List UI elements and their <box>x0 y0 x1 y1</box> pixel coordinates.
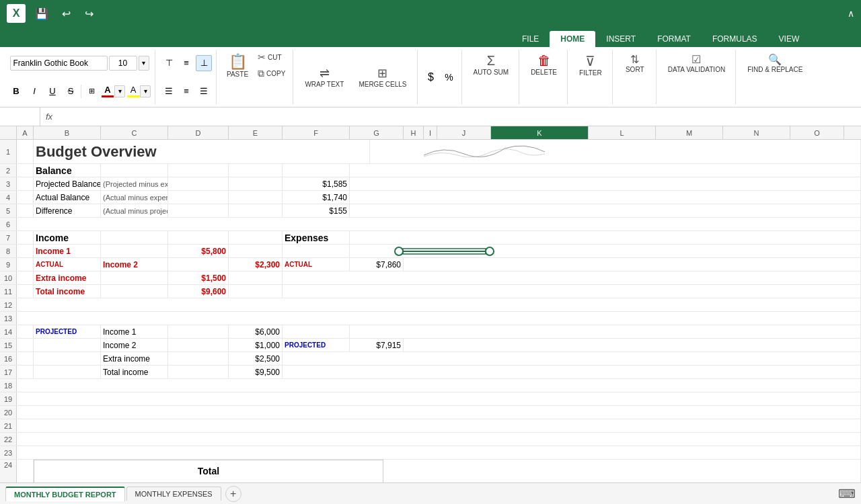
cell-b7[interactable]: Income <box>34 231 101 244</box>
cell-c3[interactable]: (Projected minus expenses) <box>101 177 168 190</box>
cell-b9-actual[interactable]: ACTUAL <box>34 258 101 271</box>
cell-rest-10[interactable] <box>283 271 861 284</box>
merge-cells-button[interactable]: ⊞ MERGE CELLS <box>352 62 412 91</box>
cell-b16[interactable] <box>34 352 101 365</box>
cell-e4[interactable] <box>229 191 283 204</box>
save-button[interactable]: 💾 <box>32 4 51 23</box>
col-header-k[interactable]: K <box>491 126 589 139</box>
cell-rest-14[interactable] <box>350 325 861 338</box>
col-header-m[interactable]: M <box>656 126 723 139</box>
cell-b15[interactable] <box>34 339 101 351</box>
cell-b11[interactable]: Total income <box>34 285 101 298</box>
percent-button[interactable]: % <box>441 69 457 85</box>
cell-e7[interactable] <box>229 231 283 244</box>
align-bottom-button[interactable]: ⊥ <box>196 55 212 71</box>
cell-c5[interactable]: (Actual minus projected) <box>101 204 168 217</box>
cell-c7[interactable] <box>101 231 168 244</box>
tab-file[interactable]: FILE <box>511 31 550 47</box>
cell-f3[interactable]: $1,585 <box>283 177 350 190</box>
cell-a9[interactable] <box>17 258 34 271</box>
col-header-i[interactable]: I <box>424 126 437 139</box>
cell-a7[interactable] <box>17 231 34 244</box>
cell-d9[interactable] <box>168 258 229 271</box>
cell-a5[interactable] <box>17 204 34 217</box>
italic-button[interactable]: I <box>26 83 42 99</box>
cell-a10[interactable] <box>17 271 34 284</box>
cell-c16[interactable]: Extra income <box>101 352 168 365</box>
cell-b2[interactable]: Balance <box>34 164 101 177</box>
tab-view[interactable]: VIEW <box>768 31 811 47</box>
keyboard-icon[interactable]: ⌨ <box>838 487 856 501</box>
col-header-c[interactable]: C <box>101 126 168 139</box>
cell-c10[interactable] <box>101 271 168 284</box>
sheet-tab-budget[interactable]: MONTHLY BUDGET REPORT <box>5 487 125 501</box>
cell-reference-box[interactable] <box>0 108 40 126</box>
cell-c11[interactable] <box>101 285 168 298</box>
cell-a3[interactable] <box>17 177 34 190</box>
cell-d16[interactable] <box>168 352 229 365</box>
cell-e9[interactable]: $2,300 <box>229 258 283 271</box>
cell-rest-17[interactable] <box>283 366 861 378</box>
cell-a15[interactable] <box>17 339 34 351</box>
tab-format[interactable]: FORMAT <box>646 31 702 47</box>
cell-e16[interactable]: $2,500 <box>229 352 283 365</box>
redo-button[interactable]: ↪ <box>81 5 97 22</box>
cell-f2[interactable] <box>283 164 350 177</box>
copy-button[interactable]: ⧉ COPY <box>254 66 289 81</box>
bold-button[interactable]: B <box>8 83 24 99</box>
cell-g9[interactable]: $7,860 <box>350 258 404 271</box>
cell-rest-11[interactable] <box>283 285 861 298</box>
tab-insert[interactable]: INSERT <box>595 31 646 47</box>
cell-e17[interactable]: $9,500 <box>229 366 283 378</box>
cell-e15[interactable]: $1,000 <box>229 339 283 351</box>
cell-d3[interactable] <box>168 177 229 190</box>
col-header-h[interactable]: H <box>404 126 424 139</box>
cell-b5[interactable]: Difference <box>34 204 101 217</box>
cell-a17[interactable] <box>17 366 34 378</box>
borders-button[interactable]: ⊞ <box>83 83 100 99</box>
cell-g15[interactable]: $7,915 <box>350 339 404 351</box>
cell-c15[interactable]: Income 2 <box>101 339 168 351</box>
cell-rest-6[interactable] <box>17 218 861 230</box>
align-top-button[interactable]: ⊤ <box>161 55 177 71</box>
cell-e11[interactable] <box>229 285 283 298</box>
cell-b1[interactable]: Budget Overview <box>34 140 370 163</box>
col-header-o[interactable]: O <box>790 126 844 139</box>
undo-button[interactable]: ↩ <box>58 5 74 22</box>
cell-d11[interactable]: $9,600 <box>168 285 229 298</box>
cell-b17[interactable] <box>34 366 101 378</box>
col-header-g[interactable]: G <box>350 126 404 139</box>
align-left-button[interactable]: ☰ <box>161 83 177 99</box>
cell-a8[interactable] <box>17 245 34 257</box>
cell-c9[interactable]: Income 2 <box>101 258 168 271</box>
cell-rest-5[interactable] <box>350 204 861 217</box>
font-size-input[interactable] <box>109 56 137 71</box>
align-center-button[interactable]: ≡ <box>178 83 194 99</box>
cell-rest-8[interactable] <box>350 245 861 257</box>
col-header-b[interactable]: B <box>34 126 101 139</box>
cell-c8[interactable] <box>101 245 168 257</box>
sheet-tab-expenses[interactable]: MONTHLY EXPENSES <box>126 487 221 501</box>
highlight-dropdown[interactable]: ▾ <box>140 85 151 97</box>
font-size-dropdown[interactable]: ▾ <box>139 56 149 71</box>
cell-e14[interactable]: $6,000 <box>229 325 283 338</box>
cell-rest-9[interactable] <box>404 258 861 271</box>
cell-rest-7[interactable] <box>350 231 861 244</box>
wrap-text-button[interactable]: ⇌ WRAP TEXT <box>299 62 350 91</box>
cell-d7[interactable] <box>168 231 229 244</box>
cell-rest-4[interactable] <box>350 191 861 204</box>
col-header-f[interactable]: F <box>283 126 350 139</box>
cell-f9-actual[interactable]: ACTUAL <box>283 258 350 271</box>
cell-c17[interactable]: Total income <box>101 366 168 378</box>
paste-button[interactable]: 📋 PASTE <box>222 50 253 81</box>
sort-button[interactable]: ⇅ SORT <box>618 50 652 77</box>
tab-home[interactable]: HOME <box>550 31 595 47</box>
cell-d15[interactable] <box>168 339 229 351</box>
cell-c2[interactable] <box>101 164 168 177</box>
col-header-a[interactable]: A <box>17 126 34 139</box>
cell-d17[interactable] <box>168 366 229 378</box>
cell-f5[interactable]: $155 <box>283 204 350 217</box>
cell-rest-12[interactable] <box>17 298 861 311</box>
cell-b3[interactable]: Projected Balance <box>34 177 101 190</box>
col-header-e[interactable]: E <box>229 126 283 139</box>
